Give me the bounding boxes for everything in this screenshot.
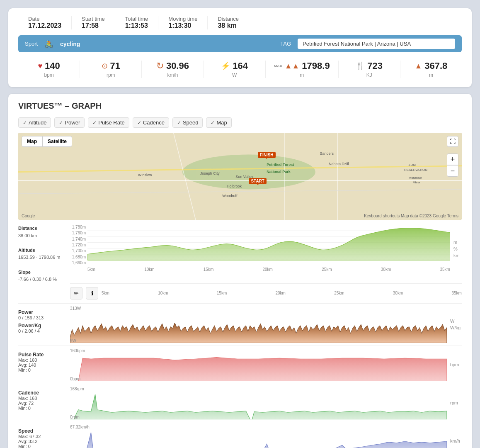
cadence-unit: rpm — [450, 400, 462, 405]
cadence-icon: ⊙ — [102, 61, 108, 71]
zoom-in-button[interactable]: + — [447, 153, 458, 165]
x-6: 35km — [440, 267, 450, 272]
y-label-6: 1,660m — [70, 261, 86, 265]
toolbar-row: ✏ ℹ 5km 10km 15km 20km 25km 30km 35km — [70, 283, 462, 303]
pulse-check: ✓ — [92, 120, 97, 126]
start-time-label: Start time — [82, 16, 105, 22]
map-view-toggle: Map Satellite — [22, 136, 72, 147]
dx-3: 20km — [275, 291, 285, 295]
x-4: 25km — [322, 267, 332, 272]
energy-metric: 🍴 723 KJ — [339, 61, 400, 78]
max-altitude-value: 1798.9 — [302, 61, 330, 71]
map-label: Map — [216, 119, 227, 126]
svg-text:Sanders: Sanders — [320, 151, 334, 156]
total-time-stat: Total time 1:13:53 — [115, 16, 159, 29]
speed-check: ✓ — [177, 120, 181, 126]
max-altitude-metric: MAX ▲▲ 1798.9 m — [266, 61, 339, 78]
pulse-unit: bpm — [450, 362, 462, 367]
filter-pulse-rate[interactable]: ✓ Pulse Rate — [88, 117, 129, 128]
x-3: 20km — [262, 267, 272, 272]
tag-input[interactable] — [298, 39, 455, 49]
x-0: 5km — [87, 267, 95, 272]
elev-unit-km: km — [453, 253, 462, 258]
pulse-label-col: Pulse Rate Max: 160 Avg: 140 Min: 0 — [18, 348, 70, 381]
max-altitude-unit: m — [300, 72, 304, 78]
altitude-lbl-val: 1653.59 - 1798.86 m — [18, 254, 66, 261]
satellite-view-button[interactable]: Satellite — [42, 136, 72, 147]
fullscreen-button[interactable]: ⛶ — [447, 136, 458, 147]
map-credit2: Keyboard shortcuts Map data ©2023 Google… — [364, 214, 458, 218]
x-2: 15km — [204, 267, 213, 272]
elev-unit-m: m — [453, 240, 462, 245]
filter-map[interactable]: ✓ Map — [206, 117, 231, 128]
pulse-svg — [70, 354, 447, 381]
pulse-max: Max: 160 — [18, 358, 66, 363]
speed-max: Max: 67.32 — [18, 434, 66, 439]
power-unit-w: W — [450, 319, 462, 324]
speed-unit-col: km/h — [447, 425, 462, 448]
cadence-chart-area: 168rpm 0rpm — [70, 387, 447, 419]
cadence-max: Max: 168 — [18, 396, 66, 401]
dx-4: 25km — [334, 291, 344, 295]
pulse-avg: Avg: 140 — [18, 363, 66, 368]
pulse-bottom-label: 0bpm — [70, 377, 80, 381]
elevation-right-labels: m % km — [450, 225, 462, 273]
svg-text:Winslow: Winslow — [138, 173, 152, 177]
power-row: Power 0 / 156 / 313 Power/Kg 0 / 2.06 / … — [18, 303, 462, 346]
dx-1: 10km — [158, 291, 168, 295]
dx-2: 15km — [217, 291, 227, 295]
elevation-gain-value: 367.8 — [424, 61, 447, 71]
pulse-chart-area: 160bpm 0bpm — [70, 348, 447, 381]
filter-speed[interactable]: ✓ Speed — [172, 117, 203, 128]
power-label-col: Power 0 / 156 / 313 Power/Kg 0 / 2.06 / … — [18, 306, 70, 343]
elevation-chart-row: 1,780m 1,760m 1,740m 1,720m 1,700m 1,680… — [70, 225, 462, 273]
pulse-unit-col: bpm — [447, 348, 462, 381]
map-view-button[interactable]: Map — [22, 136, 42, 147]
stats-header: Date 17.12.2023 Start time 17:58 Total t… — [18, 16, 462, 29]
graph-filters: ✓ Altitude ✓ Power ✓ Pulse Rate ✓ Cadenc… — [18, 117, 462, 128]
speed-top-label: 67.32km/h — [70, 425, 90, 429]
date-value: 17.12.2023 — [28, 22, 61, 29]
speed-value: 30.96 — [166, 61, 189, 71]
distance-value: 38 km — [218, 22, 239, 29]
y-label-4: 1,700m — [70, 248, 86, 253]
zoom-out-button[interactable]: − — [447, 165, 458, 177]
cadence-metric: ⊙ 71 rpm — [80, 61, 142, 78]
metrics-row: ♥ 140 bpm ⊙ 71 rpm ↻ 30.96 km/h ⚡ 164 W — [18, 56, 462, 80]
svg-text:National Park: National Park — [267, 170, 291, 174]
power-values: 0 / 156 / 313 — [18, 315, 66, 320]
speed-metric: ↻ 30.96 km/h — [142, 61, 204, 78]
cadence-avg: Avg: 72 — [18, 401, 66, 406]
x-1: 10km — [144, 267, 154, 272]
elevation-x-labels: 5km 10km 15km 20km 25km 30km 35km — [87, 266, 450, 273]
y-label-1: 1,760m — [70, 231, 86, 235]
y-label-5: 1,680m — [70, 255, 86, 259]
sport-label: Sport — [25, 41, 38, 47]
filter-altitude[interactable]: ✓ Altitude — [18, 117, 51, 128]
cadence-top-label: 168rpm — [70, 387, 84, 391]
dx-5: 30km — [393, 291, 403, 295]
power-top: ⚡ 164 — [221, 61, 248, 71]
speed-label: Speed — [183, 119, 199, 126]
filter-power[interactable]: ✓ Power — [54, 117, 85, 128]
speed-chart-area: 67.32km/h 0km/h — [70, 425, 447, 448]
filter-cadence[interactable]: ✓ Cadence — [133, 117, 169, 128]
edit-button[interactable]: ✏ — [70, 287, 82, 299]
speed-avg: Avg: 33.2 — [18, 439, 66, 444]
energy-unit: KJ — [366, 72, 372, 78]
info-button[interactable]: ℹ — [86, 287, 98, 299]
cadence-svg — [70, 392, 447, 419]
date-stat: Date 17.12.2023 — [18, 16, 72, 29]
slope-lbl-title: Slope — [18, 269, 66, 276]
distance-label: Distance — [218, 16, 239, 22]
power-top-label: 313W — [70, 306, 81, 311]
start-time-stat: Start time 17:58 — [72, 16, 115, 29]
moving-time-stat: Moving time 1:13:30 — [158, 16, 208, 29]
date-label: Date — [28, 16, 61, 22]
total-time-value: 1:13:53 — [125, 22, 148, 29]
max-altitude-icon: ▲▲ — [285, 62, 300, 71]
speed-row: Speed Max: 67.32 Avg: 33.2 Min: 0 67.32k… — [18, 422, 462, 448]
altitude-lbl-title: Altitude — [18, 247, 66, 254]
speed-svg — [70, 431, 447, 448]
map-credit: Google — [22, 214, 35, 218]
